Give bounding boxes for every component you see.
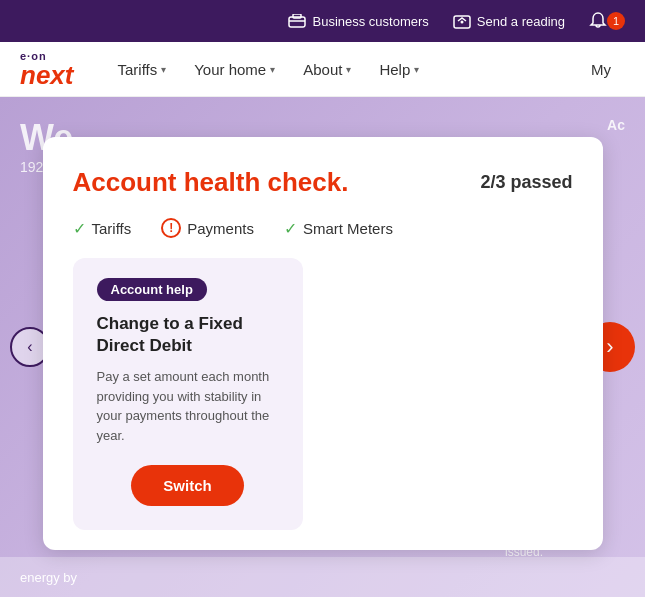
chevron-down-icon: ▾ [270,64,275,75]
logo[interactable]: e·on next [20,50,73,88]
account-label: Ac [607,117,625,133]
bottom-bar: energy by [0,557,645,597]
briefcase-icon [288,12,306,30]
main-background: We 192 G... Ac ‹ Account health check. 2… [0,97,645,597]
nav-tariffs-label: Tariffs [117,61,157,78]
nav-help-label: Help [379,61,410,78]
help-card: Account help Change to a Fixed Direct De… [73,258,303,530]
modal-title: Account health check. [73,167,349,198]
help-card-description: Pay a set amount each month providing yo… [97,367,279,445]
svg-point-4 [460,21,463,24]
health-check-modal: Account health check. 2/3 passed ✓ Tarif… [43,137,603,550]
checks-row: ✓ Tariffs ! Payments ✓ Smart Meters [73,218,573,238]
logo-next: next [20,62,73,88]
chevron-down-icon: ▾ [346,64,351,75]
send-reading-link[interactable]: Send a reading [453,12,565,30]
check-payments: ! Payments [161,218,254,238]
modal-header: Account health check. 2/3 passed [73,167,573,198]
nav-your-home-label: Your home [194,61,266,78]
smart-meters-label: Smart Meters [303,220,393,237]
nav-bar: e·on next Tariffs ▾ Your home ▾ About ▾ … [0,42,645,97]
meter-icon [453,12,471,30]
top-bar: Business customers Send a reading 1 [0,0,645,42]
bell-icon [589,12,607,30]
nav-about-label: About [303,61,342,78]
warning-icon: ! [161,218,181,238]
nav-my-account-label: My [591,61,611,78]
chevron-down-icon: ▾ [414,64,419,75]
notifications-button[interactable]: 1 [589,12,625,30]
help-badge: Account help [97,278,207,301]
check-smart-meters: ✓ Smart Meters [284,219,393,238]
chevron-down-icon: ▾ [161,64,166,75]
checkmark-icon: ✓ [73,219,86,238]
payments-label: Payments [187,220,254,237]
checkmark-icon: ✓ [284,219,297,238]
nav-help[interactable]: Help ▾ [365,42,433,97]
switch-button[interactable]: Switch [131,465,243,506]
energy-text: energy by [20,570,77,585]
nav-tariffs[interactable]: Tariffs ▾ [103,42,180,97]
arrow-right-icon: › [606,334,613,360]
business-customers-link[interactable]: Business customers [288,12,428,30]
passed-badge: 2/3 passed [480,172,572,193]
nav-my-account[interactable]: My [577,42,625,97]
arrow-left-icon: ‹ [27,338,32,356]
notification-count: 1 [607,12,625,30]
business-customers-label: Business customers [312,14,428,29]
nav-about[interactable]: About ▾ [289,42,365,97]
check-tariffs: ✓ Tariffs [73,219,132,238]
nav-your-home[interactable]: Your home ▾ [180,42,289,97]
send-reading-label: Send a reading [477,14,565,29]
help-card-title: Change to a Fixed Direct Debit [97,313,279,357]
tariffs-label: Tariffs [92,220,132,237]
